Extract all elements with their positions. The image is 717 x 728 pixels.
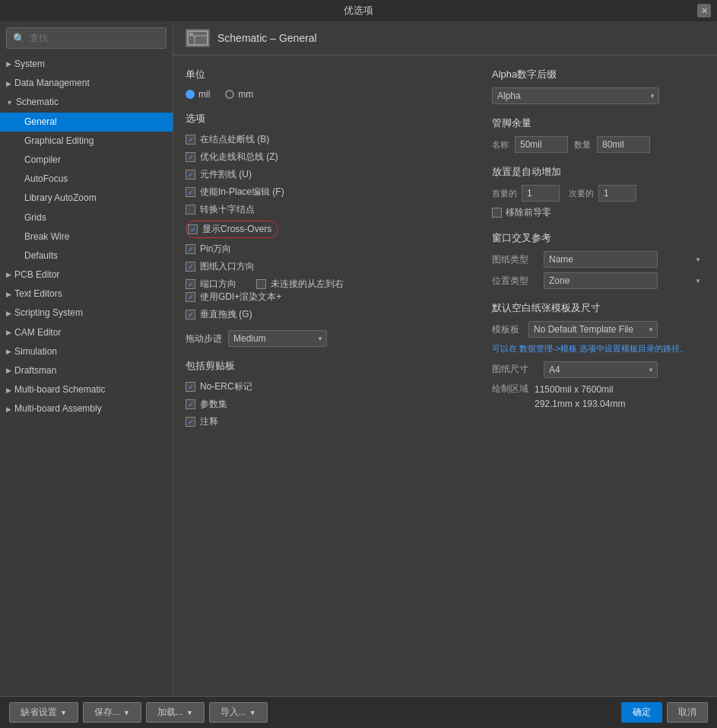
bottombar: 缺省设置 ▼ 保存... ▼ 加载... ▼ 导入... ▼ 确定 取消 [0,696,717,728]
option-item-8[interactable]: 端口方向 [186,278,236,291]
paper-size-select-wrapper: A4 A3 A2 Letter [544,361,658,378]
search-bar: 🔍 [6,27,167,49]
search-input[interactable] [30,33,160,43]
option-item-6[interactable]: Pin万向 [186,243,477,256]
option-item-10[interactable]: 垂直拖拽 (G) [186,308,477,321]
location-type-label: 位置类型 [492,275,538,288]
option-checkbox-9[interactable] [186,292,195,302]
sidebar-item-scripting-system[interactable]: ▶ Scripting System [0,304,173,323]
location-type-select[interactable]: Zone Location [544,272,658,289]
import-button[interactable]: 导入... ▼ [209,702,268,723]
location-type-select-wrapper: Zone Location [544,272,705,289]
option-inline-checkbox[interactable] [256,279,266,289]
clipboard-item-1[interactable]: 参数集 [186,398,477,411]
sidebar-item-text-editors-label: Text Editors [14,287,62,301]
option-label-5: 显示Cross-Overs [202,223,271,236]
panel-title: Schematic – General [217,32,317,44]
clipboard-checkbox-1[interactable] [186,399,195,409]
remove-leading-zero-checkbox[interactable] [492,208,502,218]
location-type-row: 位置类型 Zone Location [492,272,705,289]
sidebar-item-text-editors[interactable]: ▶ Text Editors [0,285,173,304]
option-checkbox-0[interactable] [186,135,195,145]
sidebar-item-defaults[interactable]: Defaults [0,246,173,265]
clipboard-label-1: 参数集 [200,398,227,411]
sidebar-item-multi-board-assembly[interactable]: ▶ Multi-board Assembly [0,399,173,418]
drawing-area-label: 绘制区域 [492,383,528,396]
option-checkbox-7[interactable] [186,262,195,272]
pin-margin-title: 管脚余量 [492,116,705,130]
paper-size-select[interactable]: A4 A3 A2 Letter [544,361,658,378]
clipboard-checkbox-2[interactable] [186,417,195,427]
sidebar-item-data-management[interactable]: ▶ Data Management [0,74,173,93]
arrow-icon: ▼ [6,97,13,108]
units-mil-radio[interactable] [186,90,195,99]
clipboard-checkbox-0[interactable] [186,382,195,392]
sidebar-item-pcb-editor[interactable]: ▶ PCB Editor [0,265,173,285]
primary-input[interactable] [522,185,560,202]
secondary-input[interactable] [598,185,636,202]
units-mm-label: mm [238,89,253,100]
option-inline-item[interactable]: 未连接的从左到右 [256,278,344,291]
option-checkbox-6[interactable] [186,244,195,254]
sidebar-item-simulation[interactable]: ▶ Simulation [0,342,173,361]
drag-select[interactable]: Medium Low High [228,330,327,347]
sidebar-item-cam-editor[interactable]: ▶ CAM Editor [0,323,173,342]
options-title: 选项 [186,112,477,126]
sidebar-item-multi-board-schematic[interactable]: ▶ Multi-board Schematic [0,380,173,399]
option-item-4[interactable]: 转换十字结点 [186,203,477,216]
option-item-3[interactable]: 使能In-Place编辑 (F) [186,186,477,199]
template-select[interactable]: No Default Template File [528,321,658,338]
right-panel: Schematic – General 单位 mil [173,21,717,696]
sheet-type-select[interactable]: Name Number [544,251,658,268]
option-item-2[interactable]: 元件割线 (U) [186,168,477,181]
sidebar-item-general[interactable]: General [0,113,173,132]
arrow-icon: ▶ [6,78,11,89]
alpha-suffix-title: Alpha数字后缀 [492,68,705,81]
cancel-button[interactable]: 取消 [667,702,708,723]
sidebar-item-grids[interactable]: Grids [0,208,173,227]
option-item-5[interactable]: 显示Cross-Overs [186,221,477,238]
main-content: 🔍 ▶ System ▶ Data Management ▼ Schematic… [0,21,717,696]
sidebar-item-system[interactable]: ▶ System [0,55,173,74]
sidebar-item-break-wire[interactable]: Break Wire [0,227,173,246]
sidebar-item-schematic[interactable]: ▼ Schematic [0,93,173,112]
alpha-suffix-select[interactable]: Alpha Beta Numeric [492,87,659,104]
clipboard-item-2[interactable]: 注释 [186,415,477,428]
ok-button[interactable]: 确定 [621,702,662,723]
option-label-9: 使用GDI+渲染文本+ [200,291,281,304]
option-checkbox-10[interactable] [186,310,195,319]
option-item-1[interactable]: 优化走线和总线 (Z) [186,151,477,164]
option-item-9[interactable]: 使用GDI+渲染文本+ [186,291,477,304]
port-cross-ref-section: 窗口交叉参考 图纸类型 Name Number 位置类型 [492,231,705,289]
load-button[interactable]: 加载... ▼ [146,702,205,723]
units-mil-option[interactable]: mil [186,89,210,100]
option-checkbox-4[interactable] [186,205,195,215]
sidebar-item-compiler[interactable]: Compiler [0,151,173,170]
option-label-0: 在结点处断线 (B) [200,133,269,146]
clipboard-item-0[interactable]: No-ERC标记 [186,380,477,393]
option-label-1: 优化走线和总线 (Z) [200,151,278,164]
auto-increment-inputs: 首要的 次要的 [492,185,705,202]
close-button[interactable]: ✕ [697,4,711,17]
option-checkbox-3[interactable] [186,187,195,197]
remove-leading-zero-row[interactable]: 移除前导零 [492,206,705,219]
units-mm-option[interactable]: mm [225,89,253,100]
option-item-7[interactable]: 图纸入口方向 [186,260,477,273]
save-button[interactable]: 保存... ▼ [83,702,141,723]
load-label: 加载... [157,706,183,719]
sidebar-item-graphical-editing[interactable]: Graphical Editing [0,132,173,151]
sidebar-item-draftsman[interactable]: ▶ Draftsman [0,361,173,380]
option-checkbox-2[interactable] [186,170,195,180]
option-checkbox-5[interactable] [188,224,198,234]
defaults-button[interactable]: 缺省设置 ▼ [9,702,78,723]
sidebar-item-library-autozoom[interactable]: Library AutoZoom [0,189,173,208]
sidebar-item-autofocus[interactable]: AutoFocus [0,170,173,189]
pin-margin-name-input[interactable] [515,136,568,153]
units-mm-radio[interactable] [225,90,234,99]
sidebar-item-multi-board-assembly-label: Multi-board Assembly [14,402,102,416]
option-checkbox-1[interactable] [186,152,195,162]
option-checkbox-8[interactable] [186,279,195,289]
pin-margin-qty-input[interactable] [597,136,650,153]
option-item-0[interactable]: 在结点处断线 (B) [186,133,477,146]
sheet-type-label: 图纸类型 [492,253,538,266]
